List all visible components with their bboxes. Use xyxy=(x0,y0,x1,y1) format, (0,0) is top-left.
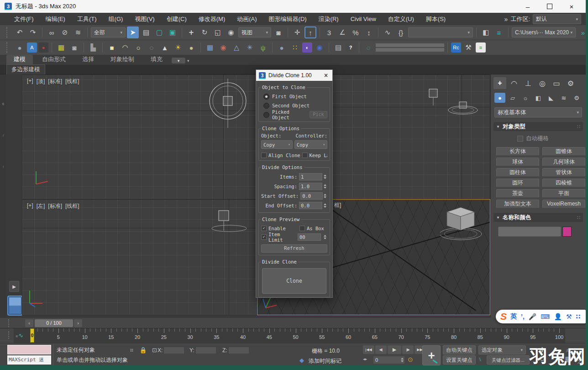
ime-skin-icon[interactable]: 👤 xyxy=(554,313,562,320)
blue-sphere-icon[interactable]: ● xyxy=(276,42,288,53)
viewport-top[interactable]: [+] [顶] [标准] [线框] xyxy=(22,74,257,199)
subtab-systems-icon[interactable]: ⚙ xyxy=(571,93,582,103)
ribbon-tab-建模[interactable]: 建模 xyxy=(6,55,33,65)
menu-创建(C)[interactable]: 创建(C) xyxy=(161,13,193,25)
menu-工具(T)[interactable]: 工具(T) xyxy=(71,13,103,25)
menu-文件(F)[interactable]: 文件(F) xyxy=(8,13,40,25)
item-limit-checkbox[interactable]: ✓ xyxy=(261,234,267,240)
snap-toggle-3d-icon[interactable]: 3 xyxy=(323,26,335,38)
document-transfer-icon[interactable]: ▤ xyxy=(332,42,344,53)
clone-button[interactable]: Clone xyxy=(262,268,326,294)
box-object[interactable] xyxy=(205,209,255,241)
set-key-button[interactable]: 设置关键点 xyxy=(443,355,476,365)
previous-frame-button[interactable]: ◀| xyxy=(375,345,387,354)
viewport-layout-tab-button[interactable] xyxy=(7,296,23,316)
primitive-button-圆环[interactable]: 圆环 xyxy=(496,179,539,187)
tab-motion-icon[interactable]: ◎ xyxy=(536,77,549,89)
isolate-selection-icon[interactable]: ⌗ xyxy=(128,346,136,354)
selection-filter-dropdown[interactable]: 全部▾ xyxy=(91,27,126,37)
align-icon[interactable]: ≡ xyxy=(493,26,505,38)
mask-icon[interactable]: ◐ xyxy=(302,42,312,53)
scene-explorer-expand-button[interactable]: ▶ xyxy=(9,281,19,292)
tab-hierarchy-icon[interactable]: ⊥ xyxy=(522,77,535,89)
frame-stepper-icon[interactable]: ◂▸ xyxy=(363,357,367,361)
titlebar[interactable]: 3 无标题 - 3ds Max 2020 – × xyxy=(0,0,586,13)
sphere-light-icon[interactable]: ● xyxy=(185,42,197,53)
rectangular-selection-region-icon[interactable]: ▢ xyxy=(153,26,165,38)
menu-overflow-icon[interactable]: » xyxy=(504,16,508,23)
select-and-place-icon[interactable]: ◉ xyxy=(225,26,237,38)
frame-spinner[interactable] xyxy=(400,356,404,364)
color-balls-icon[interactable]: ∷ xyxy=(289,42,301,53)
angle-snap-icon[interactable]: ∠ xyxy=(336,26,348,38)
curve-editor-icon[interactable]: ∿ xyxy=(382,26,394,38)
select-and-rotate-icon[interactable]: ↻ xyxy=(199,26,210,38)
viewport-shading-label[interactable]: [线框] xyxy=(65,202,79,210)
pick-button[interactable]: Pick xyxy=(310,111,327,118)
object-type-rollout[interactable]: ▼ 对象类型 ∷ xyxy=(493,122,583,131)
viewport-renderer-label[interactable]: [标准] xyxy=(48,202,62,210)
autogrid-checkbox[interactable] xyxy=(517,136,523,142)
subtab-helpers-icon[interactable]: ◣ xyxy=(546,93,556,103)
menu-动画(A)[interactable]: 动画(A) xyxy=(231,13,262,25)
time-slider[interactable]: 0 / 100 xyxy=(35,319,73,327)
spinner-snap-icon[interactable]: ↕ xyxy=(363,26,375,38)
enable-preview-checkbox[interactable]: ✓ xyxy=(261,226,267,231)
align-clone-checkbox[interactable] xyxy=(261,153,267,158)
tab-utilities-icon[interactable]: ⚙ xyxy=(564,77,577,89)
spinner[interactable] xyxy=(323,202,327,209)
ribbon-tab-选择[interactable]: 选择 xyxy=(75,55,101,65)
help-icon[interactable]: ? xyxy=(346,42,356,53)
play-button[interactable]: ▶ xyxy=(388,345,401,354)
primitive-button-几何球体[interactable]: 几何球体 xyxy=(542,158,585,166)
menu-组(G)[interactable]: 组(G) xyxy=(103,13,129,25)
spinner[interactable] xyxy=(323,173,327,180)
controller-clone-type-dropdown[interactable]: Copy ▾ xyxy=(294,140,327,149)
mirror-icon[interactable]: ◧ xyxy=(480,26,492,38)
select-object-icon[interactable]: ➤ xyxy=(127,26,139,38)
timeline-grip[interactable] xyxy=(8,319,12,327)
list-window-icon[interactable]: ≡ xyxy=(476,42,486,53)
tower-helper-icon[interactable]: △ xyxy=(231,42,242,53)
tools-icon[interactable]: ⚒ xyxy=(462,42,474,53)
next-frame-button[interactable]: |▶ xyxy=(402,345,414,354)
subtab-cameras-icon[interactable]: ◧ xyxy=(533,93,544,103)
area-light-icon[interactable]: ■ xyxy=(106,42,118,53)
set-keys-button[interactable]: + xyxy=(422,345,441,365)
primitive-button-圆柱体[interactable]: 圆柱体 xyxy=(496,168,539,177)
key-mode-toggle-icon[interactable]: ⊙ xyxy=(408,356,413,363)
ime-mic-icon[interactable]: 🎤 xyxy=(529,313,536,320)
menu-视图(V)[interactable]: 视图(V) xyxy=(129,13,160,25)
object-clone-type-dropdown[interactable]: Copy ▾ xyxy=(261,140,293,149)
sogou-logo-icon[interactable]: S xyxy=(500,311,507,322)
z-coordinate-field[interactable] xyxy=(228,347,249,354)
ime-toolbox-icon[interactable]: ⚒ xyxy=(566,313,572,320)
tab-create-icon[interactable]: + xyxy=(493,77,506,89)
use-pivot-center-icon[interactable]: ◙ xyxy=(273,26,284,38)
ime-keyboard-icon[interactable]: ⌨ xyxy=(541,313,550,320)
named-selection-sets-icon[interactable]: {} xyxy=(395,26,407,38)
menu-自定义(U)[interactable]: 自定义(U) xyxy=(382,13,420,25)
primitive-button-四棱锥[interactable]: 四棱锥 xyxy=(542,179,585,187)
refresh-button[interactable]: Refresh xyxy=(261,244,327,253)
film-camera-icon[interactable]: ▙ xyxy=(87,42,99,53)
radio-Picked Object[interactable] xyxy=(263,112,269,118)
preview-cube-object[interactable] xyxy=(440,202,490,252)
render-teapot-icon[interactable]: ● xyxy=(14,42,26,53)
scatter-icon[interactable]: ▦ xyxy=(204,42,216,53)
tab-display-icon[interactable]: ▭ xyxy=(550,77,563,89)
primitive-button-管状体[interactable]: 管状体 xyxy=(542,168,585,177)
name-color-rollout[interactable]: ▼ 名称和颜色 ∷ xyxy=(493,213,583,222)
toolbar-drag-grip[interactable] xyxy=(6,27,10,38)
menu-脚本(S)[interactable]: 脚本(S) xyxy=(420,13,452,25)
select-and-manipulate-icon[interactable]: ✛ xyxy=(291,26,303,38)
viewport-left[interactable]: [+] [左] [标准] [线框] xyxy=(22,199,257,315)
undo-icon[interactable]: ↶ xyxy=(14,26,26,38)
ribbon-tab-自由形式[interactable]: 自由形式 xyxy=(35,55,73,65)
viewport-menu-plus[interactable]: [+] xyxy=(27,78,33,85)
dome-light-icon[interactable]: ◠ xyxy=(119,42,131,53)
add-time-tag[interactable]: 添加时间标记 xyxy=(309,357,341,365)
subtab-lights-icon[interactable]: ☼ xyxy=(520,93,531,103)
dialog-close-button[interactable]: × xyxy=(322,71,330,79)
oval-light-icon[interactable]: ○ xyxy=(132,42,144,53)
